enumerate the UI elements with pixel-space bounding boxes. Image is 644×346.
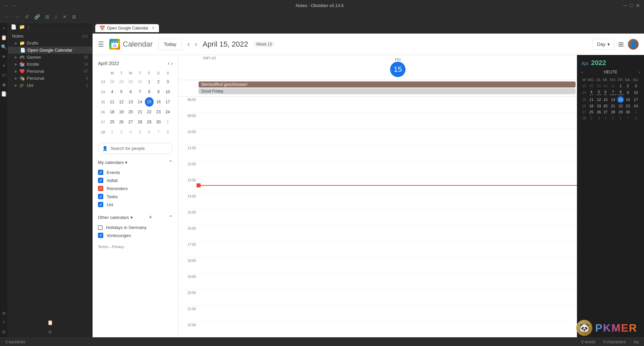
day-21[interactable]: 21 (136, 107, 144, 117)
mini-cal-next[interactable]: › (171, 60, 173, 66)
events-checkbox[interactable] (98, 170, 103, 175)
right-24[interactable]: 24 (632, 103, 640, 109)
sidebar-item-drafts[interactable]: ▶ 📁 Drafts (8, 40, 92, 47)
plugin-icon-1[interactable]: 📋 (47, 320, 53, 325)
day-7-may[interactable]: 7 (154, 127, 163, 137)
right-3[interactable]: 3 (632, 83, 640, 89)
right-14[interactable]: 14 (609, 96, 617, 103)
backlinks-count[interactable]: 0 backlinks (5, 340, 25, 344)
right-29[interactable]: 29 (617, 109, 624, 115)
day-28-mar[interactable]: 28 (108, 77, 116, 86)
day-29-mar[interactable]: 29 (117, 77, 126, 86)
font-size-btn[interactable]: Aa (634, 340, 639, 344)
cal-item-holidays[interactable]: Holidays in Germany (98, 224, 173, 231)
right-15-today[interactable]: 15 (617, 96, 624, 103)
right-28-mar[interactable]: 28 (587, 83, 596, 89)
time-content-800[interactable] (199, 97, 577, 112)
right-5-may[interactable]: 5 (609, 115, 617, 121)
right-9[interactable]: 9 (624, 89, 632, 96)
right-22[interactable]: 22 (617, 103, 624, 109)
time-content-1800[interactable] (199, 257, 577, 273)
right-18[interactable]: 18 (587, 103, 596, 109)
right-5[interactable]: 5 (596, 89, 602, 96)
day-31-mar[interactable]: 31 (136, 77, 144, 86)
right-mini-heute[interactable]: HEUTE (604, 70, 618, 74)
event-wertstoff[interactable]: Wertstoffhof geschlossen! (199, 81, 576, 88)
right-30-mar[interactable]: 30 (602, 83, 609, 89)
time-content-1100[interactable] (199, 145, 577, 161)
view-selector[interactable]: Day ▾ (593, 39, 614, 50)
cal-next-btn[interactable]: › (195, 40, 197, 48)
left-icon-files[interactable]: 📋 (1, 35, 7, 40)
day-2[interactable]: 2 (154, 77, 163, 86)
right-mini-next[interactable]: › (638, 69, 640, 75)
right-25[interactable]: 25 (587, 109, 596, 115)
day-4-may[interactable]: 4 (126, 127, 135, 137)
day-9[interactable]: 9 (154, 87, 163, 97)
day-22[interactable]: 22 (145, 107, 154, 117)
left-icon-tags[interactable]: 🏷 (2, 72, 6, 78)
other-calendars-add-btn[interactable]: + (149, 214, 152, 221)
time-content-2200[interactable] (199, 322, 577, 337)
day-number[interactable]: 15 (390, 62, 406, 77)
day-20[interactable]: 20 (126, 107, 135, 117)
right-4-may[interactable]: 4 (602, 115, 609, 121)
sidebar-item-templates[interactable]: ▶ 🎭 Personal 4 (8, 75, 92, 82)
left-icon-pages[interactable]: 📑 (1, 91, 7, 97)
tasks-checkbox[interactable] (98, 194, 103, 199)
maximize-btn[interactable]: □ (630, 2, 633, 9)
toolbar-back[interactable]: ← (3, 13, 11, 21)
right-10[interactable]: 10 (632, 89, 640, 96)
time-content-1300[interactable] (199, 177, 577, 193)
right-21[interactable]: 21 (609, 103, 617, 109)
day-29[interactable]: 29 (145, 117, 154, 127)
time-content-1500[interactable] (199, 209, 577, 225)
sort-icon[interactable]: ↕ (28, 24, 30, 30)
left-icon-community[interactable]: ⊕ (2, 310, 6, 316)
toolbar-link[interactable]: 🔗 (32, 13, 42, 21)
tab-close-icon[interactable]: ✕ (152, 26, 155, 31)
day-6[interactable]: 6 (126, 87, 135, 97)
close-btn[interactable]: ✕ (636, 2, 640, 9)
right-17[interactable]: 17 (632, 96, 640, 103)
sidebar-item-kindle[interactable]: ▶ 📚 Kindle 14 (8, 61, 92, 68)
right-mini-prev[interactable]: ‹ (581, 69, 583, 75)
sidebar-item-personal[interactable]: ▶ ❤️ Personal 87 (8, 68, 92, 75)
day-8-may[interactable]: 8 (163, 127, 172, 137)
left-icon-toggle[interactable]: ≡ (2, 25, 5, 31)
notes-root[interactable]: Notes 141 (8, 33, 92, 40)
cal-item-vorlesungen[interactable]: Vorlesungen (98, 231, 173, 239)
right-12[interactable]: 12 (596, 96, 602, 103)
time-content-900[interactable] (199, 113, 577, 128)
day-1[interactable]: 1 (145, 77, 154, 86)
sidebar-item-games[interactable]: ▶ 🎮 Games 35 (8, 54, 92, 61)
day-14[interactable]: 14 (136, 97, 144, 107)
cal-menu-icon[interactable]: ☰ (98, 40, 104, 48)
day-10[interactable]: 10 (163, 87, 172, 97)
day-23[interactable]: 23 (154, 107, 163, 117)
cal-item-uni[interactable]: Uni (98, 200, 173, 209)
cal-item-reminders[interactable]: Reminders (98, 184, 173, 192)
day-3-may[interactable]: 3 (117, 127, 126, 137)
back-btn[interactable]: ← (4, 3, 9, 8)
day-30[interactable]: 30 (154, 117, 163, 127)
right-8[interactable]: 8 (617, 89, 624, 96)
right-13[interactable]: 13 (602, 96, 609, 103)
toolbar-command[interactable]: ⊞ (43, 13, 51, 21)
toolbar-reload[interactable]: ↺ (23, 13, 31, 21)
cal-item-events[interactable]: Events (98, 168, 173, 176)
right-26[interactable]: 26 (596, 109, 602, 115)
left-icon-search[interactable]: 🔍 (1, 44, 7, 50)
day-19[interactable]: 19 (117, 107, 126, 117)
right-11[interactable]: 11 (587, 96, 596, 103)
right-1-may[interactable]: 1 (632, 109, 640, 115)
right-16[interactable]: 16 (624, 96, 632, 103)
event-good-friday[interactable]: Good Friday (199, 88, 576, 94)
right-20[interactable]: 20 (602, 103, 609, 109)
mini-cal-prev[interactable]: ‹ (168, 60, 169, 66)
toolbar-grid[interactable]: ⊞ (70, 13, 78, 21)
today-button[interactable]: Today (158, 39, 182, 50)
uni-checkbox[interactable] (98, 202, 103, 207)
right-7-may[interactable]: 7 (624, 115, 632, 121)
day-6-may[interactable]: 6 (145, 127, 154, 137)
